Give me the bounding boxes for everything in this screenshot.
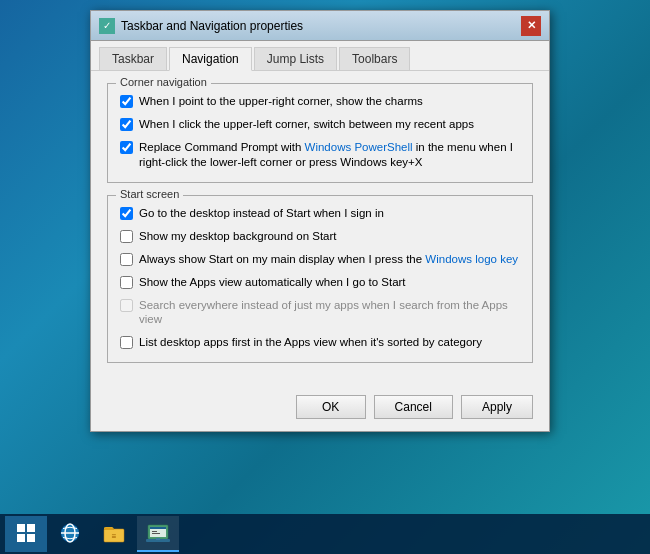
corner-option-1-label: When I point to the upper-right corner, … [139, 94, 423, 109]
desktop: ✓ Taskbar and Navigation properties ✕ Ta… [0, 0, 650, 554]
dialog-window: ✓ Taskbar and Navigation properties ✕ Ta… [90, 10, 550, 432]
svg-text:≡: ≡ [112, 532, 117, 541]
dialog-title-icon: ✓ [99, 18, 115, 34]
cancel-button[interactable]: Cancel [374, 395, 453, 419]
start-option-2-row: Show my desktop background on Start [120, 229, 520, 244]
windows-logo-key-link: Windows logo key [425, 253, 518, 265]
taskbar-item-taskprops[interactable] [137, 516, 179, 552]
start-button[interactable] [5, 516, 47, 552]
corner-navigation-label: Corner navigation [116, 76, 211, 88]
ie-icon [58, 521, 82, 545]
start-option-3-label: Always show Start on my main display whe… [139, 252, 518, 267]
start-option-1-checkbox[interactable] [120, 207, 133, 220]
start-option-6-label: List desktop apps first in the Apps view… [139, 335, 482, 350]
tab-toolbars[interactable]: Toolbars [339, 47, 410, 70]
corner-option-3-label: Replace Command Prompt with Windows Powe… [139, 140, 520, 170]
start-option-4-checkbox[interactable] [120, 276, 133, 289]
corner-option-3-row: Replace Command Prompt with Windows Powe… [120, 140, 520, 170]
svg-rect-8 [150, 527, 166, 529]
corner-option-1-row: When I point to the upper-right corner, … [120, 94, 520, 109]
apply-button[interactable]: Apply [461, 395, 533, 419]
tab-taskbar[interactable]: Taskbar [99, 47, 167, 70]
corner-navigation-group: Corner navigation When I point to the up… [107, 83, 533, 183]
start-screen-label: Start screen [116, 188, 183, 200]
ok-button[interactable]: OK [296, 395, 366, 419]
start-option-2-label: Show my desktop background on Start [139, 229, 337, 244]
dialog-title-text: Taskbar and Navigation properties [121, 19, 521, 33]
corner-option-3-checkbox[interactable] [120, 141, 133, 154]
dialog-buttons: OK Cancel Apply [91, 387, 549, 431]
svg-rect-9 [152, 531, 157, 532]
powershell-link: Windows PowerShell [305, 141, 413, 153]
start-option-5-row: Search everywhere instead of just my app… [120, 298, 520, 328]
start-option-6-checkbox[interactable] [120, 336, 133, 349]
start-option-3-row: Always show Start on my main display whe… [120, 252, 520, 267]
taskbar: ≡ [0, 514, 650, 554]
start-screen-group: Start screen Go to the desktop instead o… [107, 195, 533, 364]
taskbar-item-explorer[interactable]: ≡ [93, 516, 135, 552]
folder-icon: ≡ [102, 521, 126, 545]
corner-option-2-checkbox[interactable] [120, 118, 133, 131]
taskbar-item-ie[interactable] [49, 516, 91, 552]
dialog-titlebar: ✓ Taskbar and Navigation properties ✕ [91, 11, 549, 41]
start-option-5-label: Search everywhere instead of just my app… [139, 298, 520, 328]
svg-rect-12 [156, 538, 160, 540]
corner-option-1-checkbox[interactable] [120, 95, 133, 108]
start-option-4-row: Show the Apps view automatically when I … [120, 275, 520, 290]
start-option-3-checkbox[interactable] [120, 253, 133, 266]
tab-jumplists[interactable]: Jump Lists [254, 47, 337, 70]
start-option-4-label: Show the Apps view automatically when I … [139, 275, 406, 290]
close-button[interactable]: ✕ [521, 16, 541, 36]
tab-navigation[interactable]: Navigation [169, 47, 252, 71]
start-option-2-checkbox[interactable] [120, 230, 133, 243]
start-option-6-row: List desktop apps first in the Apps view… [120, 335, 520, 350]
start-option-1-label: Go to the desktop instead of Start when … [139, 206, 384, 221]
corner-option-2-label: When I click the upper-left corner, swit… [139, 117, 474, 132]
start-option-1-row: Go to the desktop instead of Start when … [120, 206, 520, 221]
dialog-content: Corner navigation When I point to the up… [91, 71, 549, 387]
windows-logo-icon [17, 524, 35, 542]
corner-option-2-row: When I click the upper-left corner, swit… [120, 117, 520, 132]
start-option-5-checkbox[interactable] [120, 299, 133, 312]
tabs-bar: Taskbar Navigation Jump Lists Toolbars [91, 41, 549, 71]
svg-rect-10 [152, 533, 160, 534]
taskprops-icon [146, 521, 170, 545]
